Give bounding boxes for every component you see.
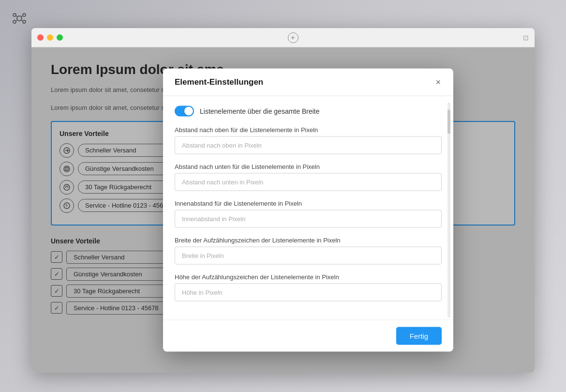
modal-body: Listenelemente über die gesamte Breite A… — [163, 96, 453, 320]
field-label-bottom: Abstand nach unten für die Listenelement… — [175, 163, 442, 170]
field-label-inner: Innenabstand für die Listenelemente in P… — [175, 200, 442, 207]
app-icon — [10, 9, 29, 28]
toggle-switch[interactable] — [175, 106, 194, 117]
svg-point-1 — [13, 14, 16, 16]
close-button[interactable] — [37, 34, 44, 41]
minimize-button[interactable] — [47, 34, 53, 41]
field-input-width[interactable] — [175, 247, 442, 265]
modal-header: Element-Einstellungen × — [163, 69, 453, 96]
modal-dialog: Element-Einstellungen × Listenelemente ü… — [163, 69, 453, 352]
field-label-top: Abstand nach oben für die Listenelemente… — [175, 126, 442, 134]
modal-footer: Fertig — [163, 320, 453, 352]
svg-point-2 — [23, 14, 26, 16]
page-content: Lorem Ipsum dolor sit ame Lorem ipsum do… — [31, 47, 535, 373]
title-bar-center: + — [63, 32, 523, 43]
field-input-bottom[interactable] — [175, 173, 442, 191]
field-label-height: Höhe der Aufzählungszeichen der Listenel… — [175, 273, 442, 281]
field-input-top[interactable] — [175, 136, 442, 154]
title-bar-right: ⊡ — [523, 34, 529, 42]
fullscreen-button[interactable] — [57, 34, 63, 41]
toggle-row: Listenelemente über die gesamte Breite — [175, 106, 442, 117]
submit-button[interactable]: Fertig — [396, 327, 442, 345]
toggle-label: Listenelemente über die gesamte Breite — [200, 107, 319, 115]
resize-icon[interactable]: ⊡ — [523, 34, 529, 42]
svg-point-4 — [23, 20, 26, 23]
traffic-lights — [37, 34, 63, 41]
svg-point-3 — [13, 20, 16, 23]
field-input-inner[interactable] — [175, 210, 442, 228]
field-group-top: Abstand nach oben für die Listenelemente… — [175, 126, 442, 154]
add-element-icon[interactable]: + — [288, 32, 298, 43]
field-group-bottom: Abstand nach unten für die Listenelement… — [175, 163, 442, 191]
field-label-width: Breite der Aufzählungszeichen der Listen… — [175, 237, 442, 244]
field-group-inner: Innenabstand für die Listenelemente in P… — [175, 200, 442, 228]
modal-close-button[interactable]: × — [434, 78, 442, 87]
browser-window: + ⊡ Lorem Ipsum dolor sit ame Lorem ipsu… — [31, 28, 535, 373]
field-group-height: Höhe der Aufzählungszeichen der Listenel… — [175, 273, 442, 302]
modal-title: Element-Einstellungen — [175, 77, 263, 87]
field-input-height[interactable] — [175, 284, 442, 302]
field-group-width: Breite der Aufzählungszeichen der Listen… — [175, 237, 442, 265]
title-bar: + ⊡ — [31, 28, 535, 47]
